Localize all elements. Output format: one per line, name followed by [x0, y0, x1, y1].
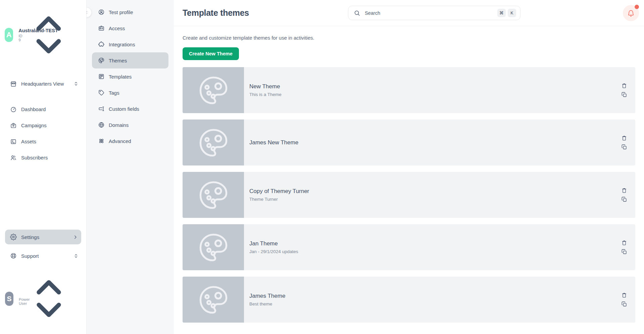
theme-subtitle: Best theme [249, 301, 621, 306]
theme-row[interactable]: New Theme This is a Theme [183, 67, 635, 113]
theme-row[interactable]: Copy of Themey Turner Theme Turner [183, 172, 635, 218]
notifications-button[interactable] [623, 5, 639, 21]
nav-item-settings[interactable]: Settings [5, 230, 81, 244]
trash-icon [621, 187, 627, 193]
campaigns-icon [10, 122, 17, 129]
assets-icon [10, 138, 17, 145]
notification-badge [635, 5, 639, 9]
delete-theme-button[interactable] [621, 187, 627, 193]
settings-nav-integrations[interactable]: Integrations [92, 36, 168, 52]
create-new-theme-button[interactable]: Create New Theme [183, 47, 239, 60]
settings-nav-access[interactable]: Access [92, 20, 168, 36]
copy-icon [621, 249, 627, 255]
theme-thumbnail [183, 277, 244, 323]
kbd-cmd: ⌘ [497, 9, 506, 17]
main-content: Template themes ⌘ K Create and customize… [174, 0, 644, 334]
dashboard-icon [10, 106, 17, 113]
bell-icon [627, 9, 635, 17]
theme-title: New Theme [249, 83, 621, 90]
palette-icon [196, 230, 231, 265]
palette-icon [98, 57, 105, 64]
duplicate-theme-button[interactable] [621, 301, 627, 307]
delete-theme-button[interactable] [621, 83, 627, 89]
theme-thumbnail [183, 67, 244, 113]
delete-theme-button[interactable] [621, 240, 627, 246]
kbd-k: K [508, 9, 516, 17]
workspace-label: Headquarters View [21, 81, 73, 87]
page-header: Template themes ⌘ K [174, 0, 644, 26]
storefront-icon [10, 81, 17, 87]
palette-icon [196, 282, 231, 317]
delete-theme-button[interactable] [621, 292, 627, 298]
user-menu[interactable]: S shafiq.jahangir@ta... Power User [0, 269, 86, 329]
settings-nav-domains[interactable]: Domains [92, 117, 168, 133]
themes-page: Create and customize template themes for… [174, 26, 644, 334]
search-icon [354, 10, 360, 16]
gear-icon [10, 234, 17, 240]
subscribers-icon [10, 154, 17, 161]
theme-list: New Theme This is a Theme James New Them… [183, 67, 635, 323]
trash-icon [621, 83, 627, 89]
theme-title: James New Theme [249, 139, 621, 146]
app-root: A Australand-TEST ID 9 Headquarters View… [0, 0, 644, 334]
theme-subtitle: Jan - 29/1/2024 updates [249, 249, 621, 254]
trash-icon [621, 292, 627, 298]
duplicate-theme-button[interactable] [621, 92, 627, 98]
nav-item-support[interactable]: Support [0, 248, 86, 264]
lifebuoy-icon [10, 252, 17, 259]
chevron-right-icon [72, 234, 78, 240]
palette-icon [196, 178, 231, 212]
copy-icon [621, 144, 627, 150]
trash-icon [621, 240, 627, 246]
copy-icon [621, 92, 627, 98]
delete-theme-button[interactable] [621, 135, 627, 141]
main-nav: Dashboard Campaigns Assets Subscribers [0, 101, 86, 166]
theme-row[interactable]: Jan Theme Jan - 29/1/2024 updates [183, 224, 635, 270]
theme-thumbnail [183, 120, 244, 165]
theme-subtitle: This is a Theme [249, 92, 621, 97]
workspace-switcher[interactable]: Headquarters View [0, 76, 86, 92]
duplicate-theme-button[interactable] [621, 196, 627, 202]
org-switcher[interactable]: A Australand-TEST ID 9 [0, 5, 86, 65]
theme-title: Copy of Themey Turner [249, 188, 621, 195]
tag-icon [98, 89, 105, 96]
templates-icon [98, 73, 105, 80]
settings-nav-test-profile[interactable]: Test profile [92, 4, 168, 20]
chevrons-updown-icon [73, 253, 79, 259]
theme-row[interactable]: James New Theme [183, 120, 635, 165]
nav-item-campaigns[interactable]: Campaigns [0, 117, 86, 134]
page-description: Create and customize template themes for… [183, 35, 635, 41]
theme-row[interactable]: James Theme Best theme [183, 277, 635, 323]
global-search: ⌘ K [348, 6, 521, 20]
theme-thumbnail [183, 172, 244, 218]
theme-subtitle: Theme Turner [249, 197, 621, 202]
settings-nav-advanced[interactable]: Advanced [92, 133, 168, 149]
copy-icon [621, 301, 627, 307]
nav-item-subscribers[interactable]: Subscribers [0, 150, 86, 166]
atom-icon [98, 138, 105, 144]
puzzle-icon [98, 41, 105, 48]
settings-nav-tags[interactable]: Tags [92, 85, 168, 101]
duplicate-theme-button[interactable] [621, 144, 627, 150]
chevrons-updown-icon [73, 81, 79, 87]
duplicate-theme-button[interactable] [621, 249, 627, 255]
search-input[interactable] [365, 10, 495, 16]
theme-title: James Theme [249, 293, 621, 299]
globe-icon [98, 122, 105, 128]
page-title: Template themes [183, 8, 249, 18]
theme-thumbnail [183, 224, 244, 270]
settings-sidebar: Test profile Access Integrations Themes … [87, 0, 174, 334]
theme-title: Jan Theme [249, 240, 621, 247]
primary-sidebar: A Australand-TEST ID 9 Headquarters View… [0, 0, 87, 334]
custom-fields-icon [98, 105, 105, 112]
user-avatar: S [5, 292, 13, 306]
nav-item-assets[interactable]: Assets [0, 134, 86, 150]
settings-nav-custom-fields[interactable]: Custom fields [92, 101, 168, 117]
org-avatar: A [5, 28, 13, 42]
settings-nav-templates[interactable]: Templates [92, 68, 168, 85]
nav-item-dashboard[interactable]: Dashboard [0, 101, 86, 117]
settings-nav-themes[interactable]: Themes [92, 52, 168, 68]
chevrons-updown-icon [18, 5, 79, 65]
palette-icon [196, 125, 231, 160]
profile-icon [98, 9, 105, 15]
